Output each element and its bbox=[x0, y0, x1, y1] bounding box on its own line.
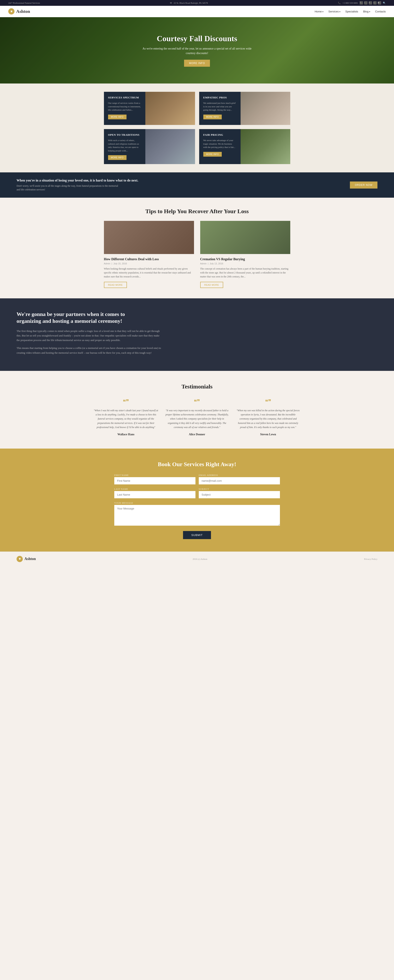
lastname-input[interactable] bbox=[114, 491, 195, 498]
submit-button[interactable]: SUBMIT bbox=[183, 531, 211, 539]
nav-home[interactable]: Home bbox=[315, 10, 323, 13]
blog-excerpt-cultures: When looking through numerous cultural b… bbox=[104, 267, 194, 279]
footer: ⚜ Ashton 2016 (c) Ashton Privacy Policy bbox=[0, 552, 394, 566]
blog-title-cremation: Cremation VS Regular Burying bbox=[200, 257, 290, 261]
cta-band-button[interactable]: ORDER NOW bbox=[350, 181, 377, 189]
form-group-subject: Subject bbox=[199, 488, 280, 498]
blog-readmore-cremation[interactable]: READ MORE bbox=[200, 282, 223, 288]
blog-author-cultures: Admin bbox=[104, 262, 110, 265]
footer-logo-icon: ⚜ bbox=[17, 556, 23, 562]
top-bar: 24/7 Professional Funeral Services ✉ 22 … bbox=[0, 0, 394, 6]
service-pricing-title: FAIR PRICING bbox=[203, 133, 237, 137]
blog-date-cultures: July 15, 2016 bbox=[113, 262, 127, 265]
testimonial-card-2: ❝❞ "It was very important to my recently… bbox=[165, 398, 229, 436]
service-empathic-content: EMPATHIC PROS We understand just how muc… bbox=[199, 92, 241, 125]
logo-icon: ⚜ bbox=[8, 8, 14, 14]
blog-card-cremation: Cremation VS Regular Burying Admin | Jul… bbox=[200, 221, 290, 288]
service-empathic-btn[interactable]: MORE INFO bbox=[203, 115, 222, 119]
service-traditions-desc: With such a variety of ethnic, cultural … bbox=[108, 138, 141, 152]
privacy-policy-link[interactable]: Privacy Policy bbox=[364, 558, 377, 560]
address-text: 22 St. Black Road Raleigh, PA 34578 bbox=[173, 2, 208, 4]
blog-card-cultures: How Different Cultures Deal with Loss Ad… bbox=[104, 221, 194, 288]
services-section: SERVICES SPECTRUM Our range of services … bbox=[0, 83, 394, 172]
service-traditions-btn[interactable]: MORE INFO bbox=[108, 155, 127, 160]
testimonials-title: Testimonials bbox=[17, 383, 377, 390]
email-input[interactable] bbox=[199, 477, 280, 484]
booking-title: Book Our Services Right Away! bbox=[17, 461, 377, 468]
firstname-input[interactable] bbox=[114, 477, 195, 484]
service-pricing-image bbox=[241, 129, 290, 164]
tagline-text: 24/7 Professional Funeral Services bbox=[8, 2, 40, 4]
footer-logo-text: Ashton bbox=[24, 557, 36, 561]
hero-cta-button[interactable]: MORE INFO bbox=[184, 60, 210, 67]
main-nav: Home Services Specialists Blog Contacts bbox=[315, 10, 386, 13]
hero-section: Courtesy Fall Discounts As we're enterin… bbox=[0, 17, 394, 83]
service-traditions-content: OPEN TO TRADITIONS With such a variety o… bbox=[104, 129, 145, 164]
service-pricing-content: FAIR PRICING We never take advantage of … bbox=[199, 129, 241, 164]
location-icon: ✉ bbox=[170, 2, 172, 4]
blog-date-cremation: July 13, 2016 bbox=[210, 262, 223, 265]
message-label: Your Message bbox=[114, 501, 280, 504]
blog-excerpt-cremation: The concept of cremation has always been… bbox=[200, 267, 290, 279]
pinterest-icon[interactable]: P bbox=[369, 1, 372, 5]
service-card-spectrum: SERVICES SPECTRUM Our range of services … bbox=[104, 92, 195, 125]
service-pricing-btn[interactable]: MORE INFO bbox=[203, 152, 222, 157]
services-grid: SERVICES SPECTRUM Our range of services … bbox=[104, 92, 290, 164]
form-row-1: First Name Email Address bbox=[114, 474, 280, 484]
nav-services[interactable]: Services bbox=[328, 10, 340, 13]
testimonial-author-1: Wallace Hans bbox=[94, 433, 158, 436]
top-bar-right: 📞 +1 800 559 6081 𝕏 f P G ▶ 🔍 bbox=[338, 1, 386, 5]
service-spectrum-title: SERVICES SPECTRUM bbox=[108, 96, 141, 99]
logo[interactable]: ⚜ Ashton bbox=[8, 8, 30, 14]
blog-section-title: Tips to Help You Recover After Your Loss bbox=[17, 208, 377, 215]
service-spectrum-image bbox=[145, 92, 195, 125]
testimonial-quote-2: "It was very important to my recently de… bbox=[165, 408, 229, 430]
form-row-2: Last Name Subject bbox=[114, 488, 280, 498]
form-group-firstname: First Name bbox=[114, 474, 195, 484]
cta-band-heading: When you're in a situation of losing you… bbox=[17, 178, 138, 182]
service-spectrum-btn[interactable]: MORE INFO bbox=[108, 115, 127, 119]
testimonials-section: Testimonials ❝❞ "When I was hit with my … bbox=[0, 371, 394, 449]
form-group-lastname: Last Name bbox=[114, 488, 195, 498]
partner-para1: The first thing that typically comes to … bbox=[17, 329, 162, 342]
blog-readmore-cultures[interactable]: READ MORE bbox=[104, 282, 127, 288]
testimonial-quote-3: "When my son was killed in the action du… bbox=[236, 408, 300, 430]
search-icon[interactable]: 🔍 bbox=[383, 2, 386, 4]
service-empathic-title: EMPATHIC PROS bbox=[203, 96, 237, 99]
service-traditions-title: OPEN TO TRADITIONS bbox=[108, 133, 141, 137]
partner-para2: This means that starting from helping yo… bbox=[17, 346, 162, 355]
blog-image-cremation bbox=[200, 221, 290, 254]
nav-blog[interactable]: Blog bbox=[363, 10, 370, 13]
nav-contacts[interactable]: Contacts bbox=[375, 10, 386, 13]
form-group-message: Your Message bbox=[114, 501, 280, 526]
hero-title: Courtesy Fall Discounts bbox=[139, 34, 255, 43]
partner-heading: We're gonna be your partners when it com… bbox=[17, 311, 141, 325]
form-row-3: Your Message bbox=[114, 501, 280, 526]
facebook-icon[interactable]: f bbox=[364, 1, 367, 5]
testimonial-author-3: Steven Lewn bbox=[236, 433, 300, 436]
testimonial-quote-1: "When I was hit with my sister's death l… bbox=[94, 408, 158, 430]
booking-section: Book Our Services Right Away! First Name… bbox=[0, 449, 394, 552]
testimonial-card-1: ❝❞ "When I was hit with my sister's deat… bbox=[94, 398, 158, 436]
subject-input[interactable] bbox=[199, 491, 280, 498]
twitter-icon[interactable]: 𝕏 bbox=[360, 1, 363, 5]
form-submit-row: SUBMIT bbox=[114, 529, 280, 539]
footer-logo: ⚜ Ashton bbox=[17, 556, 36, 562]
google-icon[interactable]: G bbox=[373, 1, 377, 5]
firstname-label: First Name bbox=[114, 474, 195, 476]
testimonials-grid: ❝❞ "When I was hit with my sister's deat… bbox=[94, 398, 300, 436]
booking-form: First Name Email Address Last Name Subje… bbox=[114, 474, 280, 539]
nav-specialists[interactable]: Specialists bbox=[345, 10, 358, 13]
blog-grid: How Different Cultures Deal with Loss Ad… bbox=[104, 221, 290, 288]
blog-section: Tips to Help You Recover After Your Loss… bbox=[0, 198, 394, 298]
testimonial-author-2: Alice Donner bbox=[165, 433, 229, 436]
youtube-icon[interactable]: ▶ bbox=[378, 1, 381, 5]
hero-subtitle: As we're entering the second half of the… bbox=[139, 46, 255, 56]
top-bar-tagline: 24/7 Professional Funeral Services bbox=[8, 2, 40, 4]
phone-icon: 📞 bbox=[338, 2, 341, 4]
social-links[interactable]: 𝕏 f P G ▶ bbox=[360, 1, 381, 5]
service-spectrum-desc: Our range of services varies from a conv… bbox=[108, 101, 141, 112]
message-textarea[interactable] bbox=[114, 505, 280, 526]
footer-links: Privacy Policy bbox=[364, 558, 377, 560]
testimonial-card-3: ❝❞ "When my son was killed in the action… bbox=[236, 398, 300, 436]
